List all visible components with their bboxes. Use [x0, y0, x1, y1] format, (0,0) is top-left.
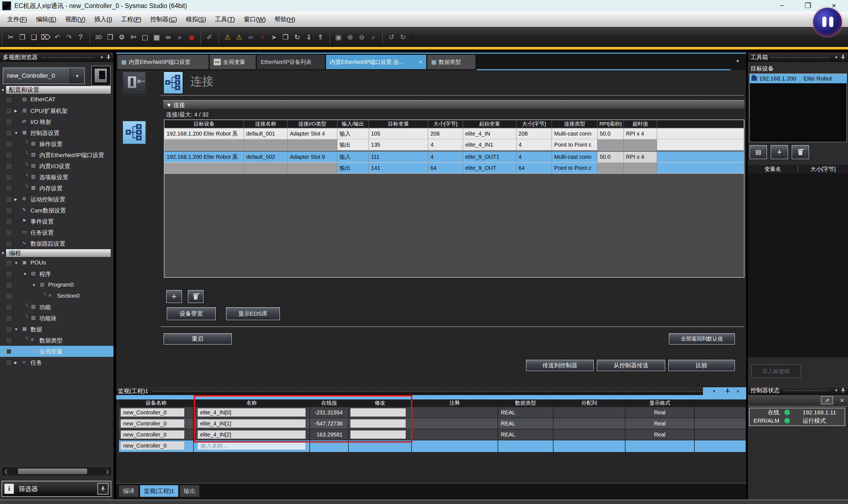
connection-cell[interactable]	[164, 140, 244, 150]
watch-cell[interactable]	[553, 418, 625, 429]
compare-icon[interactable]: ❐	[280, 31, 292, 43]
sidebar-item-POUs[interactable]: ▼▣POUs	[0, 257, 113, 268]
watch-input[interactable]	[350, 419, 406, 428]
zoom-fit-icon[interactable]: ▣	[333, 31, 344, 43]
watch-cell[interactable]	[412, 418, 498, 429]
connection-cell[interactable]: 输出	[337, 140, 369, 150]
connection-row[interactable]: 192.168.1.200 Elite Robot 系default_002Ad…	[164, 150, 744, 163]
tab-内置EtherNet/IP端口设置[interactable]: ▦内置EtherNet/IP端口设置	[117, 55, 209, 69]
sidebar-item-CPU/扩展机架[interactable]: ▶▥CPU/扩展机架	[0, 105, 113, 116]
synchronize-icon[interactable]: ↻	[292, 31, 303, 43]
program-check-icon[interactable]: ∞	[245, 31, 257, 43]
watch-input[interactable]: new_Controller_0	[121, 430, 184, 439]
watch-cell[interactable]	[553, 429, 625, 440]
connection-cell[interactable]	[287, 163, 337, 174]
connection-section-header[interactable]: ▼ 连接	[163, 100, 744, 109]
tree-expander-icon[interactable]: ▼	[14, 261, 18, 265]
tab-数据类型[interactable]: ▦数据类型	[427, 55, 476, 69]
connection-cell[interactable]: 4	[516, 140, 552, 150]
menu-I[interactable]: 插入(I)	[90, 14, 117, 25]
connection-row-sub[interactable]: 输出14164elite_9_OUT64Point to Point c	[164, 163, 744, 174]
variable-table-icon[interactable]: ▦	[151, 31, 162, 43]
connection-cell[interactable]: 64	[516, 163, 552, 174]
sidebar-item-功能[interactable]: └▧功能	[0, 302, 113, 312]
connection-cell[interactable]: default_002	[244, 151, 287, 163]
connection-cell[interactable]: Multi-cast conn	[552, 151, 598, 163]
pin-icon[interactable]	[841, 388, 845, 393]
variable-list-body[interactable]	[748, 174, 848, 357]
watch-cell[interactable]: elite_4_IN[1]	[194, 418, 310, 429]
connection-cell[interactable]: 141	[369, 163, 428, 174]
watch-cell[interactable]: Real	[625, 407, 695, 418]
watch-row[interactable]: new_Controller_0elite_4_IN[1]-547.72736R…	[119, 418, 746, 429]
watch-cell[interactable]: Real	[625, 429, 695, 440]
rebuild-icon[interactable]: ⚠	[233, 31, 245, 43]
view-forward-icon[interactable]: ↻	[397, 31, 409, 43]
menu-P[interactable]: 工程(P)	[117, 14, 146, 25]
device-bandwidth-button[interactable]: 设备带宽	[166, 307, 216, 320]
window-layout-icon[interactable]: ❒	[104, 31, 116, 43]
connection-cell[interactable]	[657, 128, 744, 140]
scroll-right-icon[interactable]: ❯	[103, 469, 111, 474]
connection-cell[interactable]: 192.168.1.200 Elite Robot 系	[164, 151, 244, 163]
sidebar-item-Program0[interactable]: ▼▥Program0	[0, 280, 113, 290]
pin-icon[interactable]	[106, 54, 111, 60]
show-eds-library-button[interactable]: 显示EDS库	[226, 307, 280, 320]
connection-cell[interactable]: 4	[428, 140, 463, 150]
connection-cell[interactable]: elite_9_OUT	[463, 163, 516, 174]
connection-cell[interactable]	[244, 140, 287, 150]
sidebar-item-内存设置[interactable]: └▦内存设置	[0, 183, 113, 194]
watch-input[interactable]	[350, 408, 406, 417]
expand-icon[interactable]: ↗	[821, 396, 833, 404]
controller-status-titlebar[interactable]: 控制器状态 ▼	[748, 385, 848, 395]
watch-cell[interactable]	[349, 407, 412, 418]
filter-pin-icon[interactable]	[98, 483, 108, 494]
menu-W[interactable]: 窗口(W)	[240, 14, 270, 25]
menu-F[interactable]: 文件(F)	[3, 14, 32, 25]
watch-cell[interactable]	[412, 429, 498, 440]
sidebar-horizontal-scrollbar[interactable]: ❮ ❯	[2, 467, 112, 476]
minimize-button[interactable]: −	[772, 0, 792, 11]
pin-icon[interactable]	[725, 389, 730, 394]
watch-input[interactable]: new_Controller_0	[121, 408, 184, 417]
tab-close-icon[interactable]: ×	[419, 59, 422, 65]
download-controller-icon[interactable]: ⇓	[303, 31, 315, 43]
delete-device-button[interactable]	[792, 145, 809, 159]
sidebar-item-任务[interactable]: ▶▱任务	[0, 357, 113, 368]
target-device-row[interactable]: 192.168.1.200Elite Robot	[750, 74, 847, 83]
connection-cell[interactable]	[624, 140, 657, 150]
watch-cell[interactable]	[695, 440, 746, 453]
connection-cell[interactable]: default_001	[244, 128, 287, 140]
add-connection-button[interactable]: +	[166, 290, 182, 303]
tree-expander-icon[interactable]: ▼	[32, 283, 36, 287]
view-3d-icon[interactable]: 3D	[93, 31, 104, 43]
watch-cell[interactable]	[412, 440, 498, 453]
toolbox-titlebar[interactable]: 工具箱 ▼	[748, 53, 848, 62]
controller-selector-dropdown-icon[interactable]: ▼	[70, 68, 84, 84]
bottom-tab-编译[interactable]: 编译	[119, 485, 138, 497]
view-back-icon[interactable]: ↺	[386, 31, 397, 43]
watch-cell[interactable]: REAL	[498, 407, 553, 418]
tab-EtherNet/IP设备列表[interactable]: EtherNet/IP设备列表	[257, 55, 325, 69]
connection-cell[interactable]: 135	[369, 140, 428, 150]
watch-cell[interactable]: new_Controller_0	[119, 440, 194, 453]
restore-button[interactable]: ❐	[798, 0, 817, 11]
sidebar-item-程序[interactable]: ▼▤程序	[0, 268, 113, 280]
connection-cell[interactable]	[657, 151, 744, 163]
connection-cell[interactable]	[624, 163, 657, 174]
scrollbar-thumb[interactable]	[18, 469, 87, 474]
connection-cell[interactable]: 208	[428, 128, 463, 140]
connection-view-button[interactable]	[122, 121, 146, 144]
tree-expander-icon[interactable]: ▶	[14, 197, 17, 201]
bottom-tab-输出[interactable]: 输出	[180, 485, 199, 497]
paste-icon[interactable]: ❏	[28, 31, 40, 43]
sidebar-item-数据[interactable]: ▼▦数据	[0, 324, 113, 335]
connection-cell[interactable]: 192.168.1.200 Elite Robot 系	[164, 128, 244, 140]
watch-cell[interactable]	[695, 407, 746, 418]
watch-cell[interactable]	[349, 440, 412, 453]
watch-input[interactable]: elite_4_IN[1]	[198, 419, 305, 428]
search-icon[interactable]: ⌕	[174, 31, 186, 43]
help-icon[interactable]: ?	[75, 31, 86, 43]
restore-defaults-button[interactable]: 全部返回到默认值	[669, 333, 735, 345]
connection-cell[interactable]: Point to Point c	[552, 140, 598, 150]
